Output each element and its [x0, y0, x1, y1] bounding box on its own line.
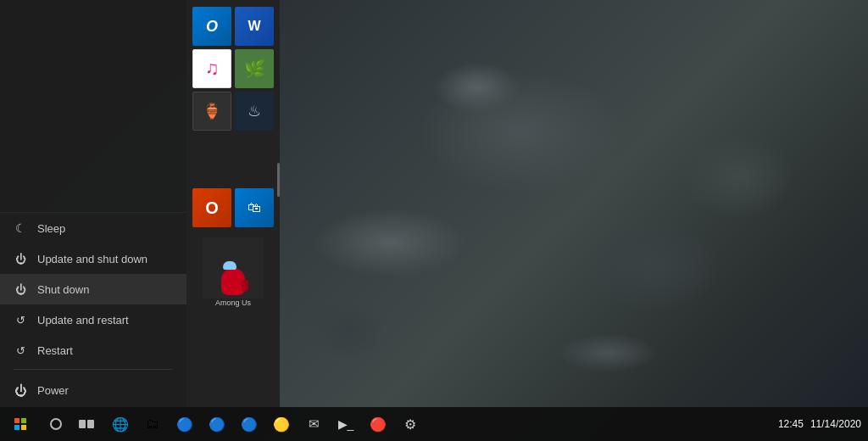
power-section-label: Power: [37, 384, 69, 397]
among-us-visor: [223, 261, 236, 270]
update-restart-button[interactable]: ↺ Update and restart: [0, 304, 186, 335]
shutdown-icon: ⏻: [14, 282, 27, 296]
shutdown-button[interactable]: ⏻ Shut down: [0, 274, 186, 304]
chrome-taskbar-icon-1[interactable]: 🔵: [170, 407, 200, 441]
file-explorer-icon: 🗂: [146, 416, 159, 432]
store-icon: 🛍: [248, 200, 261, 215]
win-pane-1: [14, 418, 19, 423]
restart-button[interactable]: ↺ Restart: [0, 335, 186, 366]
taskview-rect-1: [79, 420, 86, 428]
update-shutdown-label: Update and shut down: [37, 253, 147, 265]
word-tile[interactable]: W: [235, 7, 274, 46]
power-icon: ⏻: [14, 383, 27, 397]
office-tile[interactable]: O: [192, 188, 231, 227]
chrome-icon-1: 🔵: [176, 416, 193, 433]
steam-icon: ♨: [248, 102, 261, 120]
terminal-icon: ▶_: [338, 417, 354, 431]
start-button[interactable]: [0, 407, 41, 441]
tiles-row-1: O W: [193, 7, 273, 46]
tiles-row-3: 🏺 ♨: [193, 92, 273, 131]
chrome-icon-3: 🔵: [241, 416, 258, 433]
sleep-icon: ☾: [14, 221, 27, 235]
win-pane-2: [21, 418, 26, 423]
taskview-button[interactable]: [71, 407, 102, 441]
cortana-tile[interactable]: 🏺: [192, 92, 231, 131]
sleep-label: Sleep: [37, 222, 65, 235]
taskbar-date[interactable]: 11/14/2020: [810, 418, 861, 430]
settings-icon: ⚙: [404, 416, 416, 433]
tiles-row-5: O 🛍: [193, 188, 273, 227]
chrome-canary-icon: 🟡: [273, 416, 290, 433]
email-taskbar-icon[interactable]: ✉: [298, 407, 329, 441]
among-us-tile-bg: [203, 237, 264, 299]
update-shutdown-icon: ⏻: [14, 252, 27, 265]
network-icon: 🌐: [112, 416, 129, 433]
restart-label: Restart: [37, 344, 73, 357]
terminal-taskbar-icon[interactable]: ▶_: [331, 407, 361, 441]
cortana-search-button[interactable]: [41, 407, 71, 441]
power-submenu: ☾ Sleep ⏻ Update and shut down ⏻ Shut do…: [0, 212, 186, 407]
among-us-tile[interactable]: Among Us: [203, 237, 264, 307]
itunes-tile[interactable]: ♫: [192, 49, 231, 88]
settings-taskbar-icon[interactable]: ⚙: [395, 407, 426, 441]
among-us-figure: [218, 258, 248, 295]
taskview-icon: [79, 420, 94, 428]
among-us-tb-icon: 🔴: [370, 416, 387, 433]
start-menu: ☾ Sleep ⏻ Update and shut down ⏻ Shut do…: [0, 0, 280, 407]
cortana-circle-icon: [50, 418, 62, 430]
minecraft-tile[interactable]: 🌿: [235, 49, 274, 88]
taskview-rect-2: [87, 420, 94, 428]
store-tile[interactable]: 🛍: [235, 188, 274, 227]
network-taskbar-icon[interactable]: 🌐: [105, 407, 136, 441]
update-restart-label: Update and restart: [37, 314, 129, 327]
among-us-label: Among Us: [215, 299, 251, 307]
chrome-taskbar-icon-2[interactable]: 🔵: [202, 407, 232, 441]
win-pane-3: [14, 425, 19, 430]
office-icon: O: [205, 198, 219, 218]
word-icon: W: [235, 7, 274, 46]
start-sidebar: ☾ Sleep ⏻ Update and shut down ⏻ Shut do…: [0, 0, 186, 407]
taskbar-time[interactable]: 12:45: [778, 418, 804, 430]
restart-icon: ↺: [14, 343, 27, 357]
chrome-canary-taskbar-icon[interactable]: 🟡: [266, 407, 297, 441]
tiles-spacer: [193, 134, 273, 185]
taskbar: 🌐 🗂 🔵 🔵 🔵 🟡 ✉ ▶_ 🔴: [0, 407, 868, 441]
among-us-wrapper: Among Us: [193, 237, 273, 307]
chrome-icon-2: 🔵: [209, 416, 225, 433]
power-divider: [14, 369, 173, 370]
among-us-taskbar-icon[interactable]: 🔴: [363, 407, 393, 441]
update-shutdown-button[interactable]: ⏻ Update and shut down: [0, 243, 186, 274]
update-restart-icon: ↺: [14, 313, 27, 327]
outlook-tile[interactable]: O: [192, 7, 231, 46]
cortana-icon: 🏺: [203, 102, 221, 120]
taskbar-app-icons: 🌐 🗂 🔵 🔵 🔵 🟡 ✉ ▶_ 🔴: [102, 407, 429, 441]
email-icon: ✉: [309, 416, 320, 432]
shutdown-label: Shut down: [37, 283, 89, 296]
file-explorer-taskbar-icon[interactable]: 🗂: [137, 407, 168, 441]
power-section-button[interactable]: ⏻ Power: [0, 373, 186, 407]
steam-tile[interactable]: ♨: [235, 92, 274, 131]
start-tiles: O W ♫ 🌿 🏺 ♨: [186, 0, 280, 407]
outlook-icon: O: [192, 7, 231, 46]
taskbar-right-area: 12:45 11/14/2020: [778, 407, 868, 441]
scrollbar[interactable]: [277, 163, 280, 197]
itunes-icon: ♫: [205, 58, 220, 80]
tiles-row-2: ♫ 🌿: [193, 49, 273, 88]
win-pane-4: [21, 425, 26, 430]
sleep-button[interactable]: ☾ Sleep: [0, 213, 186, 243]
chrome-taskbar-icon-3[interactable]: 🔵: [234, 407, 264, 441]
minecraft-icon: 🌿: [244, 59, 265, 79]
windows-logo-icon: [14, 418, 26, 430]
among-us-backpack: [242, 280, 248, 292]
